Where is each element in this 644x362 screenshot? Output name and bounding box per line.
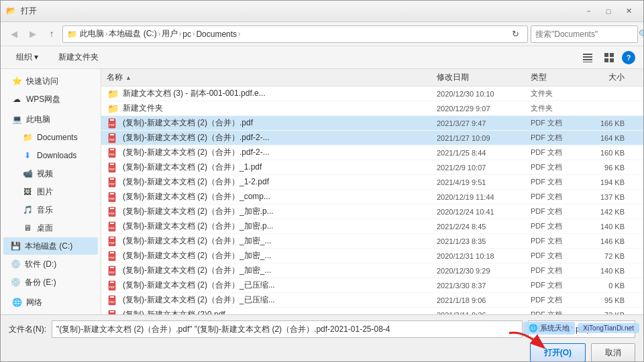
sidebar-item-edrive[interactable]: 💿 备份 (E:) bbox=[3, 274, 98, 291]
thispc-icon: 💻 bbox=[11, 114, 22, 125]
videos-icon: 📹 bbox=[22, 168, 33, 179]
close-button[interactable]: ✕ bbox=[619, 5, 638, 18]
breadcrumb-pc2[interactable]: pc bbox=[182, 29, 191, 39]
sidebar-item-downloads[interactable]: ⬇ Downloads bbox=[3, 147, 98, 164]
svg-text:PDF: PDF bbox=[109, 138, 115, 141]
sidebar: ⭐ 快速访问 ☁ WPS网盘 💻 此电脑 📁 Documents bbox=[1, 69, 101, 314]
sidebar-item-videos[interactable]: 📹 视频 bbox=[3, 165, 98, 182]
table-row[interactable]: PDF(复制)-新建文本文档 (2)0.pdf2021/3/11 8:36PDF… bbox=[101, 308, 643, 314]
filename-input[interactable] bbox=[52, 320, 523, 338]
pdf-icon: PDF bbox=[107, 132, 119, 144]
sidebar-item-desktop[interactable]: 🖥 桌面 bbox=[3, 219, 98, 237]
sidebar-item-thispc[interactable]: 💻 此电脑 bbox=[3, 111, 98, 128]
pdf-icon: PDF bbox=[107, 162, 119, 174]
sidebar-item-network[interactable]: 🌐 网络 bbox=[3, 294, 98, 311]
search-box[interactable]: 🔍 bbox=[531, 25, 638, 43]
filetype-select[interactable]: PDF files (*.pdf) bbox=[528, 320, 635, 338]
table-row[interactable]: PDF(复制)-新建文本文档 (2)（合并）_已压缩...2021/3/30 8… bbox=[101, 278, 643, 293]
cancel-button[interactable]: 取消 bbox=[591, 343, 635, 362]
svg-rect-6 bbox=[604, 58, 608, 62]
sidebar-item-music[interactable]: 🎵 音乐 bbox=[3, 201, 98, 219]
up-button[interactable]: ↑ bbox=[44, 26, 60, 42]
svg-rect-36 bbox=[110, 252, 114, 253]
bottom-bar: 文件名(N): PDF files (*.pdf) 打开(O) 取消 bbox=[1, 314, 643, 361]
sidebar-item-documents[interactable]: 📁 Documents bbox=[3, 129, 98, 146]
table-row[interactable]: PDF(复制)-新建文本文档 (2)（合并）_comp...2020/12/19… bbox=[101, 190, 643, 204]
view-icons-button[interactable] bbox=[600, 49, 618, 66]
file-size: 140 KB bbox=[584, 267, 638, 275]
desktop-icon: 🖥 bbox=[22, 223, 33, 233]
table-row[interactable]: PDF(复制)-新建文本文档 (2)（合并）.pdf-2-...2021/1/2… bbox=[101, 145, 643, 160]
help-button[interactable]: ? bbox=[622, 51, 635, 64]
file-name: 新建文本文档 (3) - 副本-001-001.pdf.e... bbox=[123, 88, 437, 99]
sort-arrow-name: ▲ bbox=[125, 74, 131, 81]
new-folder-button[interactable]: 新建文件夹 bbox=[51, 49, 106, 66]
search-input[interactable] bbox=[535, 29, 636, 39]
documents-icon: 📁 bbox=[22, 132, 33, 143]
table-row[interactable]: 📁新建文本文档 (3) - 副本-001-001.pdf.e...2020/12… bbox=[101, 86, 643, 101]
svg-text:PDF: PDF bbox=[109, 286, 115, 289]
back-button[interactable]: ◀ bbox=[6, 26, 22, 42]
svg-rect-18 bbox=[110, 164, 114, 165]
pdf-icon: PDF bbox=[107, 309, 119, 315]
file-type: PDF 文档 bbox=[531, 147, 584, 158]
sidebar-item-ddrive[interactable]: 💿 软件 (D:) bbox=[3, 255, 98, 273]
svg-text:PDF: PDF bbox=[109, 256, 115, 259]
table-row[interactable]: PDF(复制)-新建文本文档 (2)（合并）_加密.p...2021/2/24 … bbox=[101, 219, 643, 234]
open-button[interactable]: 打开(O) bbox=[530, 343, 586, 362]
pdf-icon: PDF bbox=[107, 294, 119, 306]
file-date: 2020/12/19 11:44 bbox=[437, 193, 531, 201]
file-list[interactable]: 📁新建文本文档 (3) - 副本-001-001.pdf.e...2020/12… bbox=[101, 86, 643, 314]
minimize-button[interactable]: － bbox=[579, 5, 598, 18]
toolbar: 组织 ▾ 新建文件夹 ? bbox=[1, 46, 643, 69]
breadcrumb-documents[interactable]: Documents bbox=[196, 29, 237, 39]
svg-rect-5 bbox=[610, 53, 614, 57]
file-date: 2021/1/23 8:35 bbox=[437, 237, 531, 245]
maximize-button[interactable]: □ bbox=[599, 5, 618, 18]
col-header-name[interactable]: 名称 ▲ bbox=[107, 72, 437, 83]
table-row[interactable]: PDF(复制)-新建文本文档 (2)（合并）_加密_...2020/12/30 … bbox=[101, 263, 643, 278]
file-type: PDF 文档 bbox=[531, 280, 584, 290]
breadcrumb-pc[interactable]: 此电脑 bbox=[80, 28, 104, 40]
sidebar-item-quickaccess[interactable]: ⭐ 快速访问 bbox=[3, 72, 98, 90]
refresh-button[interactable]: ↻ bbox=[507, 26, 523, 42]
table-row[interactable]: 📁新建文件夹2020/12/29 9:07文件夹 bbox=[101, 101, 643, 116]
table-row[interactable]: PDF(复制)-新建文本文档 (2)（合并）_1-2.pdf2021/4/19 … bbox=[101, 175, 643, 190]
breadcrumb-users[interactable]: 用户 bbox=[162, 28, 178, 40]
sidebar-item-pictures[interactable]: 🖼 图片 bbox=[3, 183, 98, 200]
file-date: 2020/12/24 10:41 bbox=[437, 208, 531, 216]
svg-text:PDF: PDF bbox=[109, 168, 115, 171]
pdf-icon: PDF bbox=[107, 147, 119, 159]
file-list-header: 名称 ▲ 修改日期 类型 大小 bbox=[101, 69, 643, 86]
table-row[interactable]: PDF(复制)-新建文本文档 (2)（合并）_加密.p...2020/12/24… bbox=[101, 204, 643, 219]
sidebar-item-cdrive[interactable]: 💾 本地磁盘 (C:) bbox=[3, 237, 98, 255]
col-header-size[interactable]: 大小 bbox=[584, 72, 638, 83]
view-details-button[interactable] bbox=[579, 49, 596, 66]
file-type: PDF 文档 bbox=[531, 162, 584, 172]
svg-rect-4 bbox=[604, 53, 608, 57]
organize-button[interactable]: 组织 ▾ bbox=[9, 49, 46, 66]
svg-rect-30 bbox=[110, 223, 114, 224]
folder-icon: 📁 bbox=[67, 29, 77, 39]
sidebar-label-downloads: Downloads bbox=[37, 151, 76, 160]
svg-text:PDF: PDF bbox=[109, 212, 115, 215]
forward-button[interactable]: ▶ bbox=[25, 26, 41, 42]
file-type: PDF 文档 bbox=[531, 310, 584, 314]
downloads-icon: ⬇ bbox=[22, 150, 33, 161]
table-row[interactable]: PDF(复制)-新建文本文档 (2)（合并）_加密_...2021/1/23 8… bbox=[101, 234, 643, 249]
file-size: 0 KB bbox=[584, 282, 638, 290]
table-row[interactable]: PDF(复制)-新建文本文档 (2)（合并）_已压缩...2021/1/18 9… bbox=[101, 293, 643, 308]
table-row[interactable]: PDF(复制)-新建文本文档 (2)（合并）.pdf-2-...2021/1/2… bbox=[101, 131, 643, 145]
table-row[interactable]: PDF(复制)-新建文本文档 (2)（合并）_1.pdf2021/2/9 10:… bbox=[101, 160, 643, 175]
col-header-type[interactable]: 类型 bbox=[531, 72, 584, 83]
sidebar-label-edrive: 备份 (E:) bbox=[25, 277, 56, 288]
address-bar[interactable]: 📁 此电脑 › 本地磁盘 (C:) › 用户 › pc › Documents … bbox=[62, 25, 528, 43]
table-row[interactable]: PDF(复制)-新建文本文档 (2)（合并）_加密_...2020/12/31 … bbox=[101, 249, 643, 263]
breadcrumb-c[interactable]: 本地磁盘 (C:) bbox=[109, 28, 156, 40]
sidebar-item-wps[interactable]: ☁ WPS网盘 bbox=[3, 90, 98, 108]
pdf-icon: PDF bbox=[107, 235, 119, 247]
table-row[interactable]: PDF(复制)-新建文本文档 (2)（合并）.pdf2021/3/27 9:47… bbox=[101, 116, 643, 131]
file-name: (复制)-新建文本文档 (2)（合并）.pdf bbox=[123, 117, 437, 129]
col-header-date[interactable]: 修改日期 bbox=[437, 72, 531, 83]
sidebar-label-quickaccess: 快速访问 bbox=[26, 76, 58, 87]
